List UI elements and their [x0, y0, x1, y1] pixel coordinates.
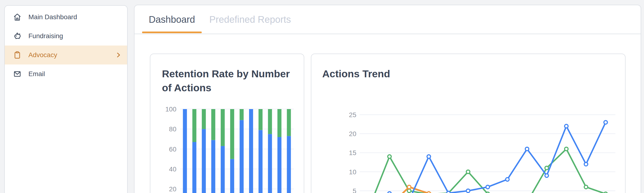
data-point-series-green — [565, 147, 568, 151]
data-point-series-blue — [466, 189, 470, 192]
sidebar-item-label: Fundraising — [28, 32, 63, 40]
tab-predefined-reports[interactable]: Predefined Reports — [202, 6, 298, 34]
data-point-series-orange — [408, 185, 411, 189]
sidebar-item-label: Main Dashboard — [28, 13, 77, 21]
retention-rate-card: Retention Rate by Number of Actions 1008… — [150, 54, 304, 193]
sidebar-item-label: Advocacy — [28, 51, 57, 59]
tab-dashboard[interactable]: Dashboard — [142, 6, 202, 34]
bar-segment-retained — [278, 137, 282, 193]
data-point-series-blue — [506, 177, 509, 181]
bar-segment-retained — [258, 130, 262, 193]
bar-segment-retained — [230, 159, 234, 193]
bar-segment-churned — [240, 109, 244, 120]
bar-segment-churned — [258, 109, 262, 130]
sidebar-menu: Main Dashboard Fundraising Advocacy — [5, 6, 127, 83]
data-point-series-blue — [447, 191, 450, 193]
bar-segment-retained — [183, 109, 187, 193]
bar-segment-retained — [249, 109, 253, 193]
data-point-series-blue — [486, 185, 490, 189]
sidebar-item-email[interactable]: Email — [5, 65, 127, 83]
home-icon — [13, 13, 22, 21]
bar-segment-churned — [211, 109, 215, 140]
y-tick-label: 20 — [169, 185, 176, 193]
actions-trend-line-chart: 252015105 — [311, 54, 626, 193]
y-tick-label: 20 — [349, 130, 356, 137]
envelope-icon — [13, 70, 22, 78]
data-point-series-blue — [604, 120, 608, 124]
bar-segment-retained — [211, 140, 215, 193]
y-tick-label: 100 — [165, 105, 176, 113]
retention-bar-chart: 10080604020 — [150, 54, 304, 193]
data-point-series-green — [604, 192, 608, 193]
main-panel: Dashboard Predefined Reports Retention R… — [134, 5, 641, 193]
actions-trend-card: Actions Trend 252015105 — [311, 54, 626, 193]
data-point-series-blue — [526, 147, 529, 151]
y-tick-label: 40 — [169, 165, 176, 173]
bar-segment-churned — [202, 109, 206, 129]
bar-segment-churned — [278, 109, 282, 137]
data-point-series-blue — [565, 124, 568, 128]
sidebar: Main Dashboard Fundraising Advocacy — [4, 5, 128, 193]
bar-segment-churned — [221, 109, 225, 146]
data-point-series-green — [388, 155, 391, 158]
bar-segment-retained — [240, 120, 244, 193]
data-point-series-green — [545, 166, 548, 170]
chevron-right-icon — [115, 52, 122, 59]
y-tick-label: 15 — [349, 149, 356, 156]
data-point-series-green — [486, 192, 490, 193]
data-point-series-blue — [427, 155, 431, 158]
data-point-series-blue — [584, 162, 588, 166]
data-point-series-green — [408, 189, 411, 192]
bar-segment-retained — [287, 136, 291, 193]
y-tick-label: 60 — [169, 146, 176, 153]
bar-segment-retained — [221, 146, 225, 193]
sidebar-item-main-dashboard[interactable]: Main Dashboard — [5, 8, 127, 27]
sidebar-item-label: Email — [28, 70, 45, 78]
y-tick-label: 5 — [352, 187, 356, 193]
bar-segment-churned — [287, 109, 291, 136]
y-tick-label: 10 — [349, 168, 356, 176]
bar-segment-churned — [192, 109, 196, 142]
app-root: Main Dashboard Fundraising Advocacy — [0, 0, 644, 193]
bar-segment-retained — [192, 142, 196, 193]
bar-segment-churned — [268, 109, 272, 134]
bar-segment-churned — [230, 109, 234, 159]
data-point-series-blue — [545, 174, 548, 177]
y-tick-label: 80 — [169, 125, 176, 133]
data-point-series-green — [466, 170, 470, 173]
y-tick-label: 25 — [349, 111, 356, 119]
clipboard-icon — [13, 51, 22, 59]
active-tab-underline — [142, 32, 202, 33]
data-point-series-orange — [427, 191, 431, 193]
sidebar-item-fundraising[interactable]: Fundraising — [5, 27, 127, 46]
bar-segment-retained — [268, 134, 272, 193]
data-point-series-green — [584, 185, 588, 189]
data-point-series-blue — [388, 191, 391, 193]
bar-segment-retained — [202, 129, 206, 193]
piggy-bank-icon — [13, 32, 22, 40]
tab-bar: Dashboard Predefined Reports — [134, 5, 641, 34]
sidebar-item-advocacy[interactable]: Advocacy — [5, 46, 127, 65]
